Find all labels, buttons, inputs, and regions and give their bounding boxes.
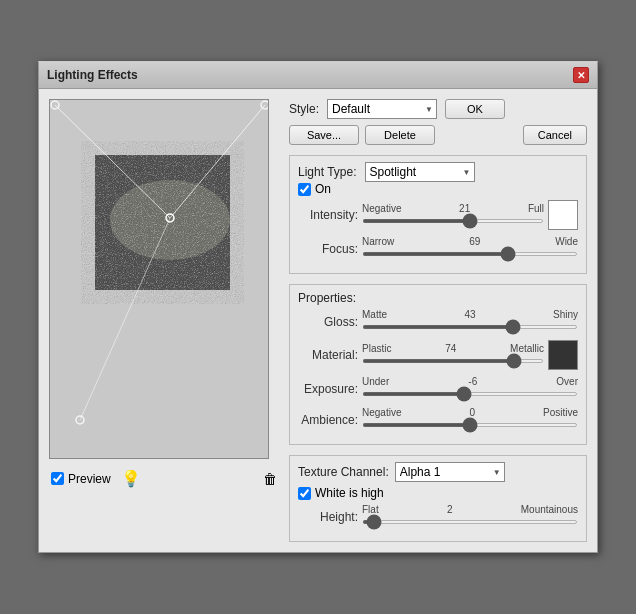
intensity-color-swatch[interactable] <box>548 200 578 230</box>
preview-canvas-area <box>49 99 269 459</box>
ok-button[interactable]: OK <box>445 99 505 119</box>
texture-channel-select[interactable]: None Alpha 1 Red Green Blue <box>395 462 505 482</box>
exposure-slider-container: Under -6 Over <box>362 376 578 401</box>
ambience-row: Ambience: Negative 0 Positive <box>298 407 578 432</box>
white-is-high-checkbox[interactable] <box>298 487 311 500</box>
close-button[interactable]: ✕ <box>573 67 589 83</box>
ambience-label: Ambience: <box>298 413 358 427</box>
material-row: Material: Plastic 74 Metallic <box>298 340 578 370</box>
gloss-label: Gloss: <box>298 315 358 329</box>
light-type-row: Light Type: Spotlight Omni Directional <box>298 162 578 182</box>
preview-label: Preview <box>68 472 111 486</box>
light-type-label: Light Type: <box>298 165 357 179</box>
light-type-select-wrapper: Spotlight Omni Directional <box>365 162 475 182</box>
exposure-row: Exposure: Under -6 Over <box>298 376 578 401</box>
save-delete-row: Save... Delete Cancel <box>289 125 587 145</box>
dialog-body: Preview 💡 🗑 Style: Default OK <box>39 89 597 552</box>
preview-checkbox[interactable] <box>51 472 64 485</box>
preview-checkbox-label[interactable]: Preview <box>51 472 111 486</box>
material-slider-container: Plastic 74 Metallic <box>362 343 544 368</box>
save-button[interactable]: Save... <box>289 125 359 145</box>
height-track <box>362 515 578 529</box>
style-label: Style: <box>289 102 319 116</box>
dialog-title: Lighting Effects <box>47 68 138 82</box>
light-type-section: Light Type: Spotlight Omni Directional O… <box>289 155 587 274</box>
focus-track <box>362 247 578 261</box>
focus-slider-container: Narrow 69 Wide <box>362 236 578 261</box>
height-slider-container: Flat 2 Mountainous <box>362 504 578 529</box>
texture-channel-label: Texture Channel: <box>298 465 389 479</box>
properties-title: Properties: <box>298 291 578 305</box>
focus-label: Focus: <box>298 242 358 256</box>
texture-channel-row: Texture Channel: None Alpha 1 Red Green … <box>298 462 578 482</box>
ambience-slider-container: Negative 0 Positive <box>362 407 578 432</box>
trash-icon[interactable]: 🗑 <box>263 471 277 487</box>
white-is-high-label: White is high <box>315 486 384 500</box>
preview-svg <box>50 100 269 459</box>
lightbulb-icon[interactable]: 💡 <box>121 469 141 488</box>
svg-point-3 <box>110 180 230 260</box>
on-checkbox[interactable] <box>298 183 311 196</box>
texture-section: Texture Channel: None Alpha 1 Red Green … <box>289 455 587 542</box>
light-type-select[interactable]: Spotlight Omni Directional <box>365 162 475 182</box>
intensity-slider[interactable] <box>362 219 544 223</box>
lighting-effects-dialog: Lighting Effects ✕ <box>38 61 598 553</box>
on-checkbox-row: On <box>298 182 578 196</box>
white-is-high-row: White is high <box>298 486 578 500</box>
focus-slider[interactable] <box>362 252 578 256</box>
intensity-slider-container: Negative 21 Full <box>362 203 544 228</box>
texture-channel-select-wrapper: None Alpha 1 Red Green Blue <box>395 462 505 482</box>
gloss-track <box>362 320 578 334</box>
style-select-wrapper: Default <box>327 99 437 119</box>
gloss-slider[interactable] <box>362 325 578 329</box>
cancel-button[interactable]: Cancel <box>523 125 587 145</box>
material-slider[interactable] <box>362 359 544 363</box>
exposure-label: Exposure: <box>298 382 358 396</box>
height-row: Height: Flat 2 Mountainous <box>298 504 578 529</box>
left-panel: Preview 💡 🗑 <box>49 99 279 542</box>
style-row: Style: Default OK <box>289 99 587 119</box>
style-select[interactable]: Default <box>327 99 437 119</box>
gloss-slider-container: Matte 43 Shiny <box>362 309 578 334</box>
intensity-row: Intensity: Negative 21 Full <box>298 200 578 230</box>
intensity-track <box>362 214 544 228</box>
exposure-slider[interactable] <box>362 392 578 396</box>
height-label: Height: <box>298 510 358 524</box>
material-track <box>362 354 544 368</box>
on-label: On <box>315 182 331 196</box>
height-slider[interactable] <box>362 520 578 524</box>
gloss-row: Gloss: Matte 43 Shiny <box>298 309 578 334</box>
title-bar: Lighting Effects ✕ <box>39 62 597 89</box>
delete-button[interactable]: Delete <box>365 125 435 145</box>
ambience-slider[interactable] <box>362 423 578 427</box>
right-panel: Style: Default OK Save... Delete Cancel … <box>289 99 587 542</box>
material-color-swatch[interactable] <box>548 340 578 370</box>
preview-controls: Preview 💡 🗑 <box>49 465 279 492</box>
material-label: Material: <box>298 348 358 362</box>
intensity-label: Intensity: <box>298 208 358 222</box>
exposure-track <box>362 387 578 401</box>
properties-section: Properties: Gloss: Matte 43 Shiny <box>289 284 587 445</box>
focus-row: Focus: Narrow 69 Wide <box>298 236 578 261</box>
ambience-track <box>362 418 578 432</box>
